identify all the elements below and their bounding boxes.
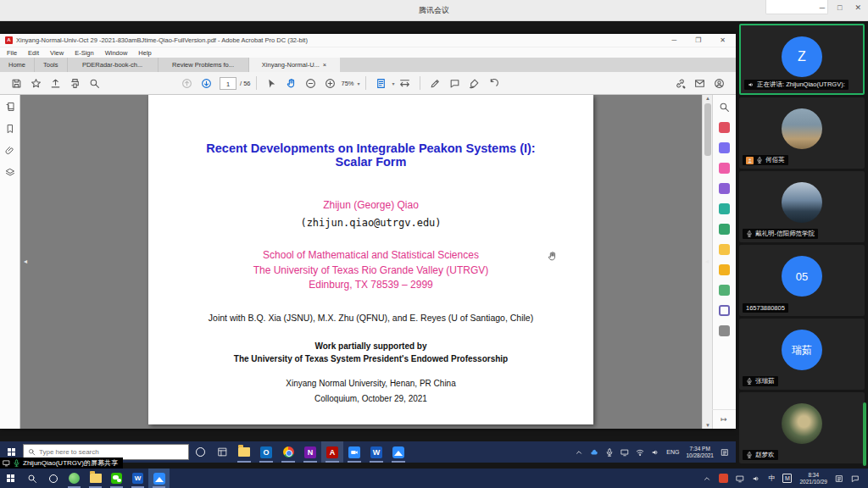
- highlight-pen-icon[interactable]: [430, 78, 441, 89]
- tab-home[interactable]: Home: [0, 58, 35, 72]
- start-button-icon[interactable]: [8, 448, 15, 456]
- menu-window[interactable]: Window: [105, 49, 128, 57]
- tab-tools[interactable]: Tools: [35, 58, 68, 72]
- comment-icon[interactable]: [449, 78, 460, 89]
- note-tray-icon[interactable]: [835, 474, 843, 483]
- acrobat-taskbar-icon[interactable]: A: [321, 441, 343, 463]
- participant-tile-3[interactable]: 戴礼明-信阳师范学院: [739, 171, 865, 242]
- participant-tile-2[interactable]: 何佰英: [739, 97, 865, 169]
- hand-tool-icon[interactable]: [286, 78, 297, 89]
- search-input[interactable]: [39, 448, 175, 456]
- cortana-icon[interactable]: [189, 441, 211, 463]
- start-button-icon[interactable]: [0, 469, 21, 488]
- wifi-icon[interactable]: [636, 448, 644, 457]
- menu-help[interactable]: Help: [138, 49, 151, 57]
- acrobat-close-button[interactable]: ✕: [720, 36, 726, 44]
- volume-icon[interactable]: [752, 474, 760, 483]
- sign-icon[interactable]: [469, 78, 480, 89]
- menu-file[interactable]: File: [7, 49, 17, 57]
- bookmarks-icon[interactable]: [5, 124, 15, 134]
- security-app-icon[interactable]: [719, 474, 728, 483]
- rotate-tools-icon[interactable]: [488, 78, 499, 89]
- meeting-close-button[interactable]: ✕: [854, 3, 861, 12]
- taskbar-clock[interactable]: 7:34 PM 10/28/2021: [686, 446, 714, 459]
- microphone-tray-icon[interactable]: [605, 448, 614, 457]
- word-icon[interactable]: W: [365, 441, 387, 463]
- search-tool-icon[interactable]: [719, 102, 730, 113]
- email-icon[interactable]: [694, 78, 705, 89]
- menu-esign[interactable]: E-Sign: [75, 49, 94, 57]
- scrollbar-thumb[interactable]: [704, 103, 711, 156]
- account-icon[interactable]: [714, 78, 725, 89]
- comment-tool-icon[interactable]: [719, 264, 730, 275]
- fill-sign-icon[interactable]: [719, 183, 730, 194]
- network-icon[interactable]: [736, 474, 744, 483]
- video-meeting-app-icon[interactable]: [343, 441, 365, 463]
- protect-icon[interactable]: [719, 305, 730, 316]
- organize-pages-icon[interactable]: [719, 163, 730, 174]
- tencent-meeting-app-icon[interactable]: [387, 441, 409, 463]
- page-thumbnails-icon[interactable]: [5, 102, 15, 112]
- task-view-icon[interactable]: [211, 441, 233, 463]
- screen-share-tray-icon[interactable]: [620, 448, 629, 457]
- panel-expand-icon[interactable]: ↦: [712, 409, 736, 424]
- select-tool-icon[interactable]: [266, 78, 277, 89]
- tab-doc-xinyang-normal[interactable]: Xinyang-Normal-U... ×: [249, 58, 340, 72]
- tray-chevron-icon[interactable]: [575, 448, 583, 457]
- wechat-icon[interactable]: [106, 469, 127, 488]
- zoom-in-icon[interactable]: [325, 78, 336, 89]
- ime-mode-indicator[interactable]: 中: [768, 474, 775, 483]
- tencent-meeting-app-icon[interactable]: [148, 469, 170, 488]
- edit-pdf-icon[interactable]: [719, 142, 730, 153]
- onedrive-icon[interactable]: [590, 448, 598, 457]
- meeting-minimize-button[interactable]: ─: [820, 3, 825, 12]
- outlook-icon[interactable]: O: [255, 441, 277, 463]
- chrome-icon[interactable]: [277, 441, 299, 463]
- scan-ocr-icon[interactable]: [719, 285, 730, 296]
- acrobat-maximize-button[interactable]: ❐: [695, 36, 701, 44]
- ime-keyboard-icon[interactable]: M: [782, 474, 792, 483]
- attachments-icon[interactable]: [5, 146, 15, 156]
- send-comments-icon[interactable]: [719, 244, 730, 255]
- tray-chevron-icon[interactable]: [703, 474, 711, 483]
- menu-view[interactable]: View: [50, 49, 64, 57]
- find-icon[interactable]: [89, 78, 100, 89]
- fit-width-icon[interactable]: [399, 78, 410, 89]
- participant-tile-zhijunqiao[interactable]: Z 正在讲话: ZhijunQiao(UTRGV):: [739, 24, 865, 95]
- save-icon[interactable]: [11, 78, 22, 89]
- favorite-star-icon[interactable]: [31, 78, 42, 89]
- left-panel-collapse-icon[interactable]: ◂: [24, 258, 27, 265]
- onenote-icon[interactable]: N: [299, 441, 321, 463]
- tab-doc-pderadar[interactable]: PDERadar-book-ch...: [68, 58, 159, 72]
- notification-center-icon[interactable]: [721, 448, 729, 457]
- comment-tray-icon[interactable]: [851, 474, 860, 483]
- page-display-icon[interactable]: [376, 78, 387, 89]
- participant-tile-4[interactable]: 05 16573880805: [739, 245, 865, 316]
- meeting-maximize-button[interactable]: □: [837, 3, 842, 12]
- word-icon[interactable]: W: [127, 469, 148, 488]
- share-upload-icon[interactable]: [50, 78, 61, 89]
- print-icon[interactable]: [70, 78, 81, 89]
- zoom-level-select[interactable]: 75%: [342, 80, 354, 87]
- share-link-icon[interactable]: [675, 78, 686, 89]
- language-indicator[interactable]: ENG: [666, 449, 679, 455]
- file-explorer-icon[interactable]: [233, 441, 255, 463]
- participant-tile-5[interactable]: 瑞茹 张瑞茹: [739, 319, 865, 390]
- cortana-icon[interactable]: [42, 469, 64, 488]
- page-number-input[interactable]: 1: [220, 77, 236, 90]
- volume-icon[interactable]: [651, 448, 659, 457]
- taskbar-clock[interactable]: 8:34 2021/10/29: [799, 472, 827, 485]
- right-panel-collapse-icon[interactable]: ◂: [705, 258, 709, 265]
- search-icon[interactable]: [21, 469, 42, 488]
- previous-page-icon[interactable]: [181, 78, 192, 89]
- participant-tile-6[interactable]: 赵梦欢: [739, 392, 865, 463]
- zoom-out-icon[interactable]: [305, 78, 316, 89]
- more-tools-icon[interactable]: [719, 325, 730, 336]
- sidebar-scrollbar[interactable]: [863, 402, 866, 466]
- export-pdf-icon[interactable]: [719, 122, 730, 133]
- layers-icon[interactable]: [5, 168, 15, 178]
- file-explorer-icon[interactable]: [85, 469, 106, 488]
- zoom-caret-icon[interactable]: ▾: [358, 80, 360, 86]
- acrobat-minimize-button[interactable]: ─: [671, 36, 676, 44]
- page-display-caret-icon[interactable]: ▾: [392, 80, 395, 86]
